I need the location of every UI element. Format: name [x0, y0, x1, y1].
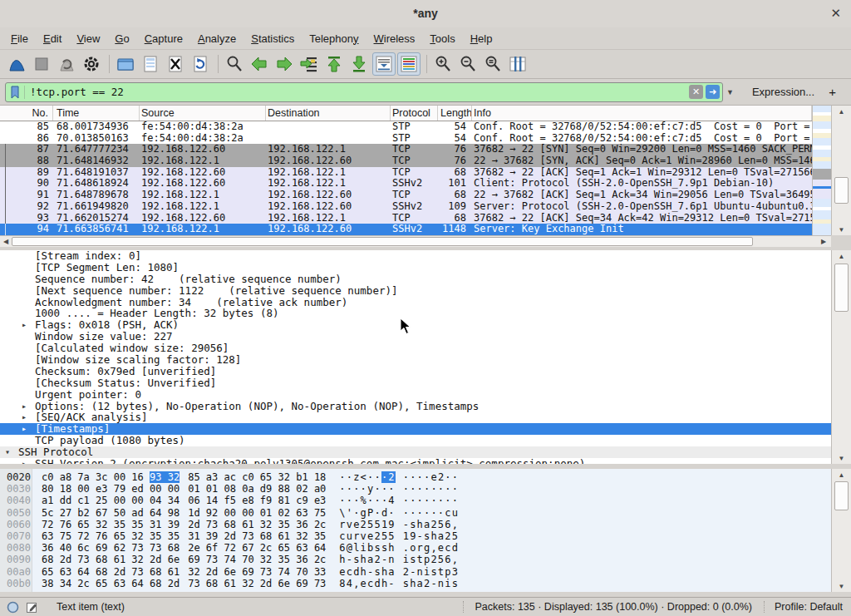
- menu-file[interactable]: File: [3, 30, 36, 47]
- scroll-up-icon[interactable]: ▲: [832, 469, 851, 480]
- bytes-vscrollbar[interactable]: ▲ ▼: [831, 469, 851, 592]
- expander-icon[interactable]: ▸: [22, 423, 35, 435]
- scroll-down-icon[interactable]: ▼: [832, 224, 851, 235]
- scroll-thumb[interactable]: [834, 177, 849, 204]
- ascii-bytes[interactable]: ····y···: [339, 483, 395, 495]
- menu-analyze[interactable]: Analyze: [190, 30, 243, 47]
- find-packet-icon[interactable]: [223, 52, 246, 76]
- restart-capture-icon[interactable]: [55, 52, 78, 76]
- close-file-icon[interactable]: [164, 52, 187, 76]
- column-header-time[interactable]: Time: [53, 106, 140, 121]
- reload-file-icon[interactable]: [189, 52, 212, 76]
- menu-capture[interactable]: Capture: [137, 30, 190, 47]
- filter-bookmark-icon[interactable]: [9, 86, 21, 99]
- detail-line[interactable]: [Calculated window size: 29056]: [0, 342, 831, 354]
- scroll-left-icon[interactable]: ◀: [0, 236, 12, 247]
- detail-line[interactable]: ▸[SEQ/ACK analysis]: [0, 411, 831, 423]
- column-header-info[interactable]: Info: [472, 106, 812, 121]
- hex-row[interactable]: 007063 75 72 76 65 32 35 3531 39 2d 73 6…: [0, 530, 831, 542]
- hex-bytes[interactable]: 01 01 08 0a d9 88 02 a0: [188, 483, 326, 495]
- auto-scroll-toggle-icon[interactable]: [372, 52, 396, 76]
- scroll-right-icon[interactable]: ▶: [818, 236, 829, 247]
- ascii-bytes[interactable]: \'·gP·d·: [339, 507, 395, 519]
- go-back-icon[interactable]: [248, 52, 271, 76]
- close-icon[interactable]: ✕: [830, 6, 841, 21]
- expert-info-icon[interactable]: [7, 601, 19, 614]
- hex-row[interactable]: 009068 2d 73 68 61 32 2d 6e69 73 74 70 3…: [0, 554, 831, 565]
- column-header-proto[interactable]: Protocol: [391, 106, 438, 121]
- hex-row[interactable]: 008036 40 6c 69 62 73 73 682e 6f 72 67 2…: [0, 542, 831, 554]
- detail-line[interactable]: Urgent pointer: 0: [0, 389, 831, 401]
- scroll-thumb[interactable]: [834, 481, 849, 510]
- ascii-bytes[interactable]: ····e2··: [403, 471, 459, 483]
- filter-apply-icon[interactable]: ➜: [706, 85, 720, 99]
- go-forward-icon[interactable]: [273, 52, 296, 76]
- column-header-dst[interactable]: Destination: [266, 106, 391, 121]
- display-filter-input[interactable]: !tcp.port == 22 ✕ ➜: [5, 82, 723, 102]
- menu-go[interactable]: Go: [107, 30, 136, 47]
- hex-row[interactable]: 0020c0 a8 7a 3c 00 16 93 3285 a3 ac c0 6…: [0, 471, 831, 483]
- ascii-bytes[interactable]: sha2-nis: [403, 578, 459, 589]
- expander-icon[interactable]: ▸: [22, 319, 35, 331]
- ascii-bytes[interactable]: h-sha2-n: [339, 554, 395, 565]
- packet-row[interactable]: 8771.647777234192.168.122.60192.168.122.…: [0, 144, 812, 155]
- hex-bytes[interactable]: c0 a8 7a 3c 00 16 93 32: [42, 471, 180, 483]
- ascii-bytes[interactable]: 84,ecdh-: [339, 578, 395, 589]
- ascii-bytes[interactable]: ···%···4: [339, 495, 395, 506]
- detail-line[interactable]: Checksum: 0x79ed [unverified]: [0, 366, 831, 377]
- ascii-bytes[interactable]: 19-sha25: [403, 530, 459, 542]
- scroll-thumb[interactable]: [12, 237, 753, 246]
- detail-line[interactable]: ▸SSH Version 2 (encryption:chacha20-poly…: [0, 458, 831, 464]
- expander-icon[interactable]: ▾: [5, 446, 18, 458]
- detail-line[interactable]: ▸[Timestamps]: [0, 423, 831, 435]
- detail-line[interactable]: TCP payload (1080 bytes): [0, 435, 831, 446]
- detail-line[interactable]: ▸Flags: 0x018 (PSH, ACK): [0, 319, 831, 331]
- menu-telephony[interactable]: Telephony: [302, 30, 366, 47]
- hex-row[interactable]: 00a065 63 64 68 2d 73 68 6132 2d 6e 69 7…: [0, 566, 831, 578]
- save-file-icon[interactable]: [139, 52, 162, 76]
- ascii-bytes[interactable]: ··z<···2: [339, 471, 395, 483]
- filter-clear-icon[interactable]: ✕: [689, 85, 703, 99]
- detail-line[interactable]: ▾SSH Protocol: [0, 446, 831, 458]
- detail-line[interactable]: [Window size scaling factor: 128]: [0, 354, 831, 366]
- detail-vscrollbar[interactable]: ▲ ▼: [831, 250, 851, 464]
- scroll-up-icon[interactable]: ▲: [832, 106, 851, 117]
- hex-bytes[interactable]: 38 34 2c 65 63 64 68 2d: [42, 578, 180, 589]
- hex-row[interactable]: 00505c 27 b2 67 50 ad 64 981d 92 00 00 0…: [0, 507, 831, 519]
- packet-row[interactable]: 9371.662015274192.168.122.60192.168.122.…: [0, 213, 812, 224]
- detail-line[interactable]: 1000 .... = Header Length: 32 bytes (8): [0, 308, 831, 319]
- hex-bytes[interactable]: a1 dd c1 25 00 00 04 34: [42, 495, 180, 506]
- detail-line[interactable]: [Checksum Status: Unverified]: [0, 377, 831, 389]
- scroll-up-icon[interactable]: ▲: [832, 250, 851, 262]
- detail-line[interactable]: ▸Options: (12 bytes), No-Operation (NOP)…: [0, 401, 831, 412]
- menu-view[interactable]: View: [69, 30, 107, 47]
- column-header-len[interactable]: Length: [438, 106, 472, 121]
- menu-edit[interactable]: Edit: [36, 30, 69, 47]
- packet-row[interactable]: 8971.648191037192.168.122.60192.168.122.…: [0, 167, 812, 179]
- hex-bytes[interactable]: 5c 27 b2 67 50 ad 64 98: [42, 507, 180, 519]
- hex-bytes[interactable]: 32 2d 6e 69 73 74 70 33: [188, 566, 326, 578]
- hex-bytes[interactable]: 63 75 72 76 65 32 35 35: [42, 530, 180, 542]
- detail-line[interactable]: Acknowledgment number: 34 (relative ack …: [0, 297, 831, 308]
- packet-list-hscrollbar[interactable]: ◀ ▶: [0, 235, 831, 247]
- hex-bytes[interactable]: 65 63 64 68 2d 73 68 61: [42, 566, 180, 578]
- ascii-bytes[interactable]: istp256,: [403, 554, 459, 565]
- go-last-packet-icon[interactable]: [347, 52, 371, 76]
- hex-bytes[interactable]: 80 18 00 e3 79 ed 00 00: [42, 483, 180, 495]
- menu-statistics[interactable]: Statistics: [243, 30, 302, 47]
- hex-bytes[interactable]: 06 14 f5 e8 f9 81 c9 e3: [188, 495, 326, 506]
- detail-line[interactable]: [Stream index: 0]: [0, 250, 831, 262]
- scroll-thumb[interactable]: [834, 264, 849, 312]
- ascii-bytes[interactable]: 6@libssh: [339, 542, 395, 554]
- hex-row[interactable]: 00b038 34 2c 65 63 64 68 2d73 68 61 32 2…: [0, 578, 831, 589]
- zoom-out-icon[interactable]: [456, 52, 480, 76]
- start-capture-icon[interactable]: [5, 52, 28, 76]
- menu-tools[interactable]: Tools: [422, 30, 462, 47]
- capture-options-icon[interactable]: [80, 52, 103, 76]
- packet-list-minimap[interactable]: [812, 106, 832, 235]
- stop-capture-icon[interactable]: [30, 52, 53, 76]
- ascii-bytes[interactable]: ········: [403, 483, 459, 495]
- hex-bytes[interactable]: 73 68 61 32 2d 6e 69 73: [188, 578, 326, 589]
- ascii-bytes[interactable]: 2-nistp3: [403, 566, 459, 578]
- zoom-in-icon[interactable]: [431, 52, 455, 76]
